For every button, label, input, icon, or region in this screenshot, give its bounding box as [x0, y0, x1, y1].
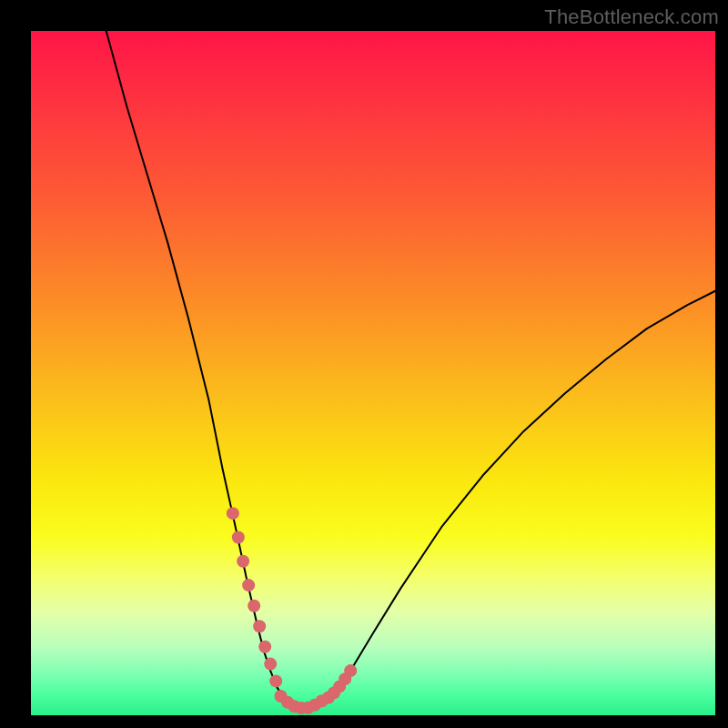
chart-frame: TheBottleneck.com	[0, 0, 728, 728]
chart-svg	[31, 31, 715, 715]
plot-area	[31, 31, 715, 715]
curve-line	[106, 31, 715, 708]
watermark-text: TheBottleneck.com	[544, 5, 719, 29]
